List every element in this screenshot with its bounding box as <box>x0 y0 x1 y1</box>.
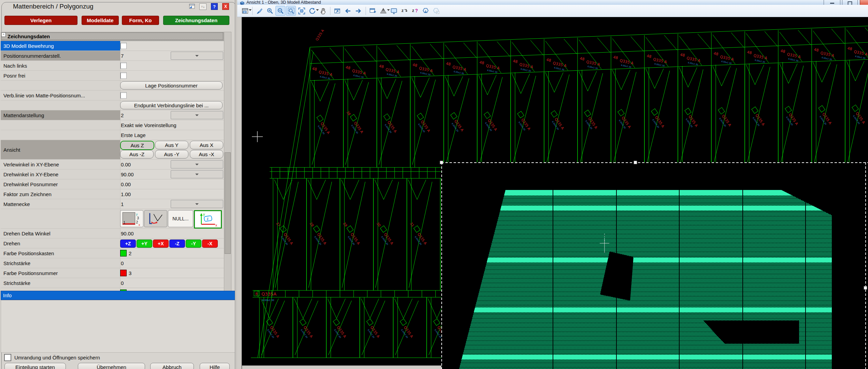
button-endpunkt-verbindungslinie-bei[interactable]: Endpunkt Verbindungslinie bei ... <box>120 101 223 109</box>
color-swatch-farbe-positionskasten[interactable] <box>120 250 127 257</box>
prop-label-row[interactable] <box>1 100 120 110</box>
view-button-aus-y[interactable]: Aus Y <box>155 141 188 149</box>
cancel-button[interactable]: Abbruch <box>150 363 194 369</box>
prop-label-drehwinkel-in-xy-ebene[interactable]: Drehwinkel in XY-Ebene <box>1 169 120 179</box>
close-icon[interactable]: X <box>222 3 229 10</box>
rotate-button-x[interactable]: -X <box>202 240 218 248</box>
rotate-button-z[interactable]: -Z <box>169 240 185 248</box>
z-sort-icon[interactable]: z <box>399 6 409 16</box>
prop-label-farbe-positionsnummer[interactable]: Farbe Positionsnummer <box>1 268 120 278</box>
prop-label-ansicht[interactable]: Ansicht <box>1 140 120 159</box>
zoom-in-icon[interactable] <box>265 6 275 16</box>
redraw-brush-icon[interactable] <box>254 6 264 16</box>
prop-label-farbe-positionskasten[interactable]: Farbe Positionskasten <box>1 248 120 258</box>
previous-view-icon[interactable] <box>343 6 353 16</box>
dropdown-mattendarstellung[interactable] <box>171 111 223 119</box>
prop-label-mattenecke[interactable]: Mattenecke <box>1 199 120 209</box>
view-button-aus-x[interactable]: Aus X <box>190 141 223 149</box>
start-layout-button[interactable]: Einteilung starten <box>4 363 66 369</box>
apply-button[interactable]: Übernehmen <box>78 363 145 369</box>
view-button-aus-x[interactable]: Aus -X <box>190 150 223 159</box>
dropdown-positionsnummerdarstell[interactable] <box>171 52 223 60</box>
prop-label-posnr-frei[interactable]: Posnr frei <box>1 71 120 80</box>
dock-window-icon[interactable] <box>188 4 195 10</box>
prop-label-row[interactable] <box>1 120 120 130</box>
z-query-icon[interactable]: z? <box>410 6 420 16</box>
tab-modelldaten[interactable]: Modelldate <box>82 16 119 25</box>
view-type-icon[interactable] <box>378 6 388 16</box>
prop-label-faktor-zum-zeichnen[interactable]: Faktor zum Zeichnen <box>1 189 120 199</box>
prop-label-verb-linie-von-matte-positionsnum[interactable]: Verb.linie von Matte-Positionsnum... <box>1 91 120 100</box>
checkbox-posnr-frei[interactable] <box>120 72 127 79</box>
window-add-icon[interactable] <box>368 6 378 16</box>
value-strichst-rke[interactable]: 0 <box>121 260 124 266</box>
rotate-button-x[interactable]: +X <box>153 240 169 248</box>
color-swatch-farbe-positionsnummer[interactable] <box>120 270 127 276</box>
viewport-titlebar[interactable]: Ansicht 1 - Oben, 3D Modell Altbestand <box>237 0 868 5</box>
prop-label-verlewinkel-in-xy-ebene[interactable]: Verlewinkel in XY-Ebene <box>1 160 120 169</box>
prop-label-positionsnummerdarstell[interactable]: Positionsnummerdarstell. <box>1 51 120 60</box>
detail-viewport-window[interactable] <box>440 161 868 369</box>
mesh-corner-icon[interactable]: 1y32x <box>120 210 143 227</box>
prop-label-row[interactable] <box>1 81 120 90</box>
prop-label-row[interactable] <box>1 209 120 228</box>
help-button[interactable]: Hilfe <box>200 363 230 369</box>
copy-window-icon[interactable] <box>332 6 342 16</box>
checkbox-nach-links[interactable] <box>120 63 127 69</box>
value-drehen-delta-winkel[interactable]: 90.00 <box>121 231 134 236</box>
dropdown-mattenecke[interactable] <box>171 200 223 208</box>
prop-label-drehwinkel-posnummer[interactable]: Drehwinkel Posnummer <box>1 179 120 189</box>
coordinate-system-icon[interactable]: yxz <box>194 210 222 229</box>
value-verlewinkel-in-xy-ebene[interactable]: 0.00 <box>121 162 131 167</box>
view-button-aus-z[interactable]: Aus Z <box>120 141 154 150</box>
checkbox-verb-linie-von-matte-positionsnum[interactable] <box>120 92 127 99</box>
prop-label-drehen-delta-winkel[interactable]: Drehen Delta Winkel <box>1 229 120 238</box>
rotate-button-y[interactable]: +Y <box>137 240 152 248</box>
value-mattendarstellung[interactable]: 2 <box>121 112 124 118</box>
null-button[interactable]: NULL... <box>168 210 193 227</box>
placement-direction-icon[interactable] <box>144 210 167 227</box>
value-strichst-rke[interactable]: 0 <box>121 280 124 286</box>
prop-label-drehen[interactable]: Drehen <box>1 238 120 248</box>
rotate-view-icon[interactable] <box>307 6 317 16</box>
pan-icon[interactable] <box>318 6 328 16</box>
view-button-aus-z[interactable]: Aus -Z <box>120 150 154 159</box>
view-button-aus-y[interactable]: Aus -Y <box>155 150 188 159</box>
prop-label-strichst-rke[interactable]: Strichstärke <box>1 258 120 268</box>
grid-section-header[interactable]: Zeichnungsdaten− <box>1 32 224 41</box>
rotate-button-y[interactable]: -Y <box>186 240 201 248</box>
save-outline-checkbox[interactable] <box>4 354 11 361</box>
dropdown-verlewinkel-in-xy-ebene[interactable] <box>171 160 223 168</box>
next-view-icon[interactable] <box>353 6 363 16</box>
prop-label-row[interactable] <box>1 130 120 140</box>
checkbox-3d-modell-bewehrung[interactable] <box>120 43 127 49</box>
grid-scrollbar[interactable] <box>224 32 231 291</box>
value-erste-lage[interactable]: Erste Lage <box>121 132 146 138</box>
cad-canvas[interactable]: 48Q335 A6.00x2.3048Q335 A6.00x2.3048Q335… <box>237 17 868 369</box>
value-mattenecke[interactable]: 1 <box>121 201 124 207</box>
screen-icon[interactable] <box>389 6 399 16</box>
scrollbar-thumb[interactable] <box>225 152 231 254</box>
prop-label-3d-modell-bewehrung[interactable]: 3D Modell Bewehrung <box>1 41 120 51</box>
viewport-properties-icon[interactable]: i <box>240 6 250 16</box>
ghost-element-icon[interactable] <box>431 6 441 16</box>
dropdown-drehwinkel-in-xy-ebene[interactable] <box>171 170 223 178</box>
prop-label-strichst-rke[interactable]: Strichstärke <box>1 278 120 288</box>
tab-zeichnungsdaten[interactable]: Zeichnungsdaten <box>163 16 229 25</box>
tab-verlegen[interactable]: Verlegen <box>4 16 77 25</box>
value-drehwinkel-in-xy-ebene[interactable]: 90.00 <box>121 172 134 177</box>
button-lage-positionsnummer[interactable]: Lage Positionsnummer <box>120 81 223 90</box>
help-icon[interactable]: ? <box>211 3 218 10</box>
value-drehwinkel-posnummer[interactable]: 0.00 <box>121 181 131 187</box>
prop-label-mattendarstellung[interactable]: Mattendarstellung <box>1 110 120 120</box>
zoom-fit-icon[interactable] <box>297 6 307 16</box>
tab-form-ko[interactable]: Form, Ko <box>122 16 159 25</box>
roll-up-icon[interactable]: ↑↓ <box>199 3 207 10</box>
value-positionsnummerdarstell[interactable]: 7 <box>121 53 124 59</box>
rotate-button-z[interactable]: +Z <box>120 240 136 248</box>
collapse-icon[interactable]: − <box>1 32 6 37</box>
prop-label-nach-links[interactable]: Nach links <box>1 61 120 70</box>
zoom-window-icon[interactable] <box>286 6 296 16</box>
isolate-element-icon[interactable] <box>421 6 430 16</box>
zoom-out-icon[interactable] <box>275 6 285 16</box>
